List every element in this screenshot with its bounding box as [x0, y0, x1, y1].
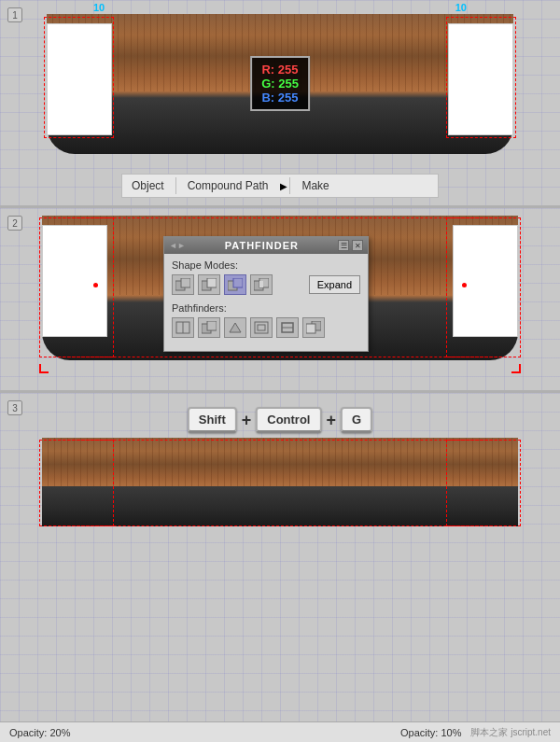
pathfinder-merge-icon[interactable]	[224, 317, 246, 338]
pathfinder-outline-icon[interactable]	[276, 317, 299, 338]
ruler-label-top-right: 10	[455, 2, 467, 13]
color-r-label: R: 255	[261, 63, 299, 77]
pathfinder-close-btn[interactable]: ✕	[352, 240, 363, 251]
control-key: Control	[256, 407, 321, 433]
main-container: 1 10 10 25 25 R: 255 G: 255 B: 255	[0, 0, 560, 742]
svg-rect-8	[259, 281, 263, 287]
color-b-label: B: 255	[261, 91, 299, 105]
menu-object[interactable]: Object	[122, 176, 174, 195]
panel-badge-2: 2	[7, 216, 22, 231]
pathfinder-minus-back-icon[interactable]	[302, 317, 325, 338]
opacity-left: Opacity: 20%	[9, 727, 70, 738]
shift-key: Shift	[188, 407, 237, 433]
status-bar: Opacity: 20% Opacity: 10% 脚本之家 jscript.n…	[0, 721, 560, 742]
panel-2: 2 ◄► PATHFINDER ☰ ✕	[0, 208, 560, 390]
menu-bar: Object Compound Path ▶ Make	[121, 174, 439, 198]
menu-compound-path[interactable]: Compound Path	[178, 176, 278, 195]
handle-bl	[39, 364, 49, 373]
pathfinder-menu-btn[interactable]: ☰	[338, 240, 349, 251]
menu-sep-1	[175, 177, 176, 194]
shape-exclude-icon[interactable]	[250, 274, 273, 295]
svg-rect-12	[207, 321, 217, 330]
panel-3: 3 Shift + Control + G Opacity: 20% Opaci…	[0, 393, 560, 742]
menu-sep-2	[289, 177, 290, 194]
menu-make[interactable]: Make	[292, 176, 338, 195]
handle-br	[511, 364, 521, 373]
pathfinder-controls: ☰ ✕	[338, 240, 363, 251]
svg-marker-13	[230, 323, 241, 332]
pathfinder-divide-icon[interactable]	[172, 317, 194, 338]
pathfinders-label: Pathfinders:	[172, 302, 360, 314]
selection-left-1	[44, 17, 114, 138]
menu-arrow: ▶	[280, 181, 287, 191]
status-right: Opacity: 10% 脚本之家 jscript.net	[400, 726, 551, 739]
opacity-right: Opacity: 10%	[400, 727, 461, 738]
g-key: G	[341, 407, 372, 433]
plus-2: +	[326, 411, 336, 430]
svg-rect-19	[306, 324, 315, 333]
pathfinder-crop-icon[interactable]	[250, 317, 273, 338]
svg-rect-3	[207, 278, 217, 287]
pathfinder-title: PATHFINDER	[225, 240, 299, 251]
watermark: 脚本之家 jscript.net	[470, 726, 551, 739]
panel-badge-1: 1	[7, 7, 22, 22]
color-overlay-box: R: 255 G: 255 B: 255	[250, 56, 310, 111]
pathfinder-titlebar: ◄► PATHFINDER ☰ ✕	[164, 237, 368, 254]
shape-modes-label: Shape Modes:	[172, 259, 360, 271]
shape-modes-row: Expand	[172, 274, 360, 295]
pathfinder-body: Shape Modes: Expand	[164, 254, 368, 351]
panel-1: 1 10 10 25 25 R: 255 G: 255 B: 255	[0, 0, 560, 205]
shape-intersect-icon[interactable]	[224, 274, 246, 295]
svg-rect-5	[233, 278, 243, 287]
pathfinder-panel: ◄► PATHFINDER ☰ ✕ Shape Modes:	[163, 236, 369, 352]
svg-rect-1	[181, 278, 190, 287]
color-g-label: G: 255	[261, 77, 299, 91]
plus-1: +	[242, 411, 252, 430]
selection-full-3	[39, 440, 521, 526]
selection-right-1	[446, 17, 516, 138]
pathfinder-collapse[interactable]: ◄►	[169, 241, 186, 250]
shortcut-bar: Shift + Control + G	[188, 407, 372, 433]
pathfinders-row	[172, 317, 360, 338]
shape-unite-icon[interactable]	[172, 274, 194, 295]
shape-minus-front-icon[interactable]	[198, 274, 220, 295]
ruler-label-top-left: 10	[93, 2, 105, 13]
svg-rect-15	[258, 325, 265, 330]
expand-button[interactable]: Expand	[309, 275, 360, 294]
pathfinder-trim-icon[interactable]	[198, 317, 220, 338]
panel-badge-3: 3	[7, 400, 22, 415]
